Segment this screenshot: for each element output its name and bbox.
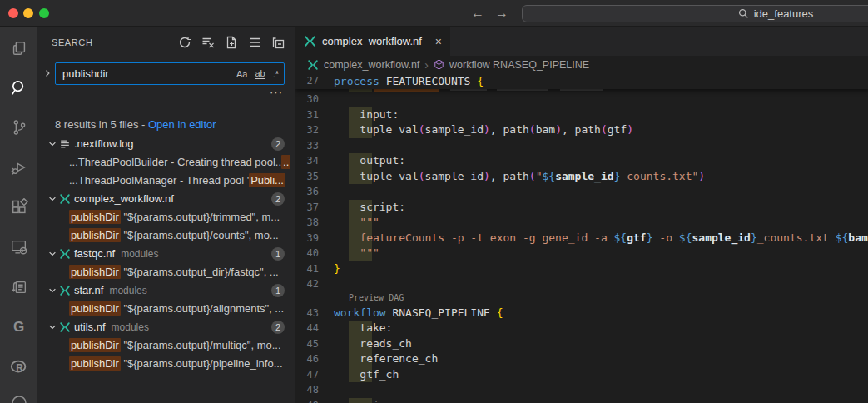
match-count-badge: 2 xyxy=(271,137,285,151)
clear-search-results-icon[interactable] xyxy=(200,34,216,51)
match-post-text: "${params.output}/multiqc", mo... xyxy=(121,339,281,351)
code-editor[interactable]: 27 process FEATURECOUNTS { 3031 input:32… xyxy=(295,73,868,403)
window-zoom-button[interactable] xyxy=(39,8,49,18)
code-line-40[interactable]: 40 """ xyxy=(295,246,868,261)
explorer-icon[interactable] xyxy=(0,32,37,65)
code-line-35[interactable]: 35 tuple val(sample_id), path("${sample_… xyxy=(295,169,868,185)
search-result-file-row[interactable]: utils.nfmodules2 xyxy=(37,318,295,336)
tab-complex-workflow[interactable]: complex_workflow.nf × xyxy=(295,27,450,56)
file-name: .nextflow.log xyxy=(74,135,134,153)
toggle-search-details-icon[interactable]: ··· xyxy=(270,86,283,98)
code-line-41[interactable]: 41} xyxy=(295,261,868,277)
chevron-down-icon[interactable] xyxy=(47,286,59,296)
run-debug-icon[interactable] xyxy=(0,151,37,184)
breadcrumb-file[interactable]: complex_workflow.nf xyxy=(324,59,419,71)
match-post-text: "${params.output}/alignments", ... xyxy=(121,302,284,315)
partial-bottom-icon[interactable] xyxy=(0,391,37,403)
code-line-32[interactable]: 32 tuple val(sample_id), path(bam), path… xyxy=(295,122,868,138)
open-new-search-editor-icon[interactable] xyxy=(223,34,240,51)
sticky-line-number: 27 xyxy=(295,73,334,89)
command-center-searchbox[interactable]: ide_features xyxy=(522,5,868,22)
results-summary: 8 results in 5 files - Open in editor xyxy=(55,118,216,131)
match-highlight: publishDir xyxy=(69,338,121,352)
search-view-icon[interactable] xyxy=(0,71,37,104)
code-line-39[interactable]: 39 featureCounts -p -t exon -g gene_id -… xyxy=(295,231,868,246)
open-in-editor-link[interactable]: Open in editor xyxy=(148,118,216,131)
sticky-line-text: process FEATURECOUNTS { xyxy=(334,73,484,89)
sticky-scroll-line[interactable]: 27 process FEATURECOUNTS { xyxy=(295,73,868,89)
panel-toolbar xyxy=(176,34,286,51)
chevron-down-icon[interactable] xyxy=(47,139,59,149)
line-number: 49 xyxy=(295,398,334,403)
view-as-list-icon[interactable] xyxy=(246,34,263,51)
search-result-file-row[interactable]: complex_workflow.nf2 xyxy=(37,190,295,208)
chevron-down-icon[interactable] xyxy=(47,249,59,259)
r-language-icon[interactable]: R xyxy=(0,351,37,384)
code-line-33[interactable]: 33 xyxy=(295,138,868,154)
search-icon xyxy=(738,8,749,19)
search-result-match-row[interactable]: publishDir "${params.output}/pipeline_in… xyxy=(37,355,295,373)
search-result-match-row[interactable]: publishDir "${params.output}/counts", mo… xyxy=(37,226,295,245)
match-case-toggle[interactable]: Aa xyxy=(236,69,247,79)
line-number: 34 xyxy=(295,153,334,169)
search-result-match-row[interactable]: publishDir "${params.output}/trimmed", m… xyxy=(37,208,295,226)
search-result-match-row[interactable]: ...ThreadPoolManager - Thread pool 'Publ… xyxy=(37,172,295,190)
refresh-icon[interactable] xyxy=(176,34,193,51)
match-post-text: "${params.output}/counts", mo... xyxy=(121,229,279,241)
search-result-match-row[interactable]: publishDir "${params.output}/alignments"… xyxy=(37,300,295,318)
forward-icon[interactable]: → xyxy=(495,6,508,21)
collapse-all-icon[interactable] xyxy=(270,34,286,51)
code-line-47[interactable]: 47 gtf_ch xyxy=(295,367,868,383)
titlebar: ← → ide_features xyxy=(0,0,868,27)
remote-explorer-icon[interactable] xyxy=(0,231,37,264)
line-text: script: xyxy=(334,200,405,216)
match-count-badge: 2 xyxy=(271,192,285,206)
code-line-31[interactable]: 31 input: xyxy=(295,107,868,123)
regex-toggle[interactable]: .* xyxy=(273,69,279,79)
search-input[interactable] xyxy=(56,63,214,84)
chevron-down-icon[interactable] xyxy=(47,322,59,332)
search-result-file-row[interactable]: star.nfmodules1 xyxy=(37,281,295,300)
code-line-30[interactable]: 30 xyxy=(295,92,868,107)
breadcrumb-symbol[interactable]: workflow RNASEQ_PIPELINE xyxy=(449,59,589,71)
window-minimize-button[interactable] xyxy=(23,8,33,18)
back-icon[interactable]: ← xyxy=(471,6,484,21)
file-name: utils.nf xyxy=(74,318,106,336)
code-line-43[interactable]: 43workflow RNASEQ_PIPELINE { xyxy=(295,306,868,321)
source-control-icon[interactable] xyxy=(0,111,37,144)
codelens-preview-dag[interactable]: Preview DAG xyxy=(295,292,868,306)
tab-close-icon[interactable]: × xyxy=(435,35,442,48)
line-number: 41 xyxy=(295,261,334,277)
whole-word-toggle[interactable]: ab xyxy=(255,68,265,79)
search-result-file-row[interactable]: .nextflow.log2 xyxy=(37,135,295,153)
code-line-34[interactable]: 34 output: xyxy=(295,153,868,169)
line-number: 39 xyxy=(295,231,334,246)
search-result-file-row[interactable]: fastqc.nfmodules1 xyxy=(37,245,295,263)
code-line-36[interactable]: 36 xyxy=(295,184,868,200)
file-name: complex_workflow.nf xyxy=(74,190,174,208)
window-close-button[interactable] xyxy=(8,8,18,18)
toggle-replace-chevron-icon[interactable] xyxy=(42,68,52,78)
search-result-match-row[interactable]: publishDir "${params.output_dir}/fastqc"… xyxy=(37,263,295,281)
chevron-down-icon[interactable] xyxy=(47,194,59,204)
notebook-arrow-icon[interactable] xyxy=(0,271,37,304)
code-line-42[interactable]: 42 xyxy=(295,276,868,292)
code-line-46[interactable]: 46 reference_ch xyxy=(295,351,868,367)
code-line-44[interactable]: 44 take: xyxy=(295,321,868,336)
extensions-icon[interactable] xyxy=(0,191,37,224)
search-result-match-row[interactable]: ...ThreadPoolBuilder - Creating thread p… xyxy=(37,153,295,172)
line-number: 35 xyxy=(295,169,334,185)
code-line-38[interactable]: 38 """ xyxy=(295,215,868,231)
gitlens-icon[interactable]: G xyxy=(0,311,37,344)
match-post-text: "${params.output}/pipeline_info... xyxy=(121,357,283,370)
code-line-48[interactable]: 48 xyxy=(295,382,868,398)
code-line-37[interactable]: 37 script: xyxy=(295,200,868,216)
nextflow-file-icon xyxy=(59,321,74,333)
code-line-45[interactable]: 45 reads_ch xyxy=(295,336,868,352)
line-number: 37 xyxy=(295,200,334,216)
match-pre-text: ...ThreadPoolBuilder - Creating thread p… xyxy=(69,156,281,168)
search-result-match-row[interactable]: publishDir "${params.output}/multiqc", m… xyxy=(37,336,295,355)
activity-bar: G R xyxy=(0,27,37,403)
code-line-49[interactable]: 49 main: xyxy=(295,398,868,403)
line-number: 43 xyxy=(295,306,334,321)
